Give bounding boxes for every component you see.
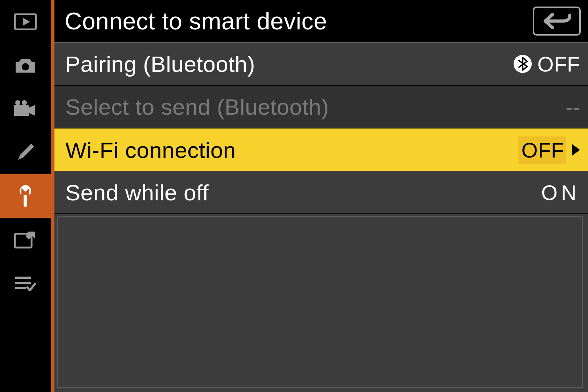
header: Connect to smart device [54,0,588,43]
menu-item-value-chip: OFF [518,136,566,164]
svg-rect-13 [15,287,26,289]
menu-item-label: Pairing (Bluetooth) [65,51,514,77]
menu-item-send-while-off[interactable]: Send while off ON [54,171,588,214]
svg-rect-3 [14,105,29,116]
menu-item-label: Wi-Fi connection [65,137,518,163]
back-button[interactable] [533,7,581,36]
svg-marker-10 [26,232,35,240]
menu-item-value: -- [565,95,580,119]
setup-tab[interactable] [0,174,51,218]
play-icon [14,13,37,30]
bluetooth-icon [514,55,532,73]
menu-item-wifi-connection[interactable]: Wi-Fi connection OFF [54,128,588,171]
svg-marker-1 [23,18,30,26]
svg-point-6 [22,100,27,105]
chevron-right-icon [572,144,580,156]
menu-empty-area [57,216,583,388]
movie-camera-icon [13,100,37,118]
svg-point-2 [22,63,29,70]
page-title: Connect to smart device [65,7,327,35]
menu-item-value-text: ON [541,180,580,205]
my-menu-tab[interactable] [0,261,51,305]
retouch-icon [14,230,37,249]
svg-rect-12 [15,282,31,284]
main-panel: Connect to smart device Pairing (Bluetoo… [54,0,588,392]
menu-item-value: ON [541,180,580,205]
pencil-icon [15,142,36,163]
my-menu-icon [15,275,36,291]
menu-item-value: OFF [518,136,580,164]
menu-list: Pairing (Bluetooth) OFF Select to send (… [54,43,588,392]
svg-marker-4 [29,105,35,116]
back-arrow-icon [542,12,571,30]
menu-item-pairing-bluetooth[interactable]: Pairing (Bluetooth) OFF [54,43,588,86]
movie-shooting-tab[interactable] [0,87,51,131]
custom-settings-tab[interactable] [0,131,51,174]
sidebar-accent-strip [51,0,54,392]
playback-tab[interactable] [0,0,51,44]
menu-item-label: Select to send (Bluetooth) [65,94,565,120]
menu-item-value-text: OFF [538,52,580,76]
camera-icon [14,57,37,74]
menu-item-label: Send while off [65,180,541,205]
menu-item-value-text: -- [565,95,580,119]
retouch-tab[interactable] [0,218,51,261]
menu-item-value: OFF [514,52,580,76]
photo-shooting-tab[interactable] [0,44,51,87]
svg-point-5 [15,100,20,105]
menu-item-value-text: OFF [522,138,564,162]
svg-rect-11 [15,277,31,279]
menu-item-select-to-send: Select to send (Bluetooth) -- [54,86,588,128]
sidebar [0,0,51,392]
wrench-icon [17,185,34,207]
